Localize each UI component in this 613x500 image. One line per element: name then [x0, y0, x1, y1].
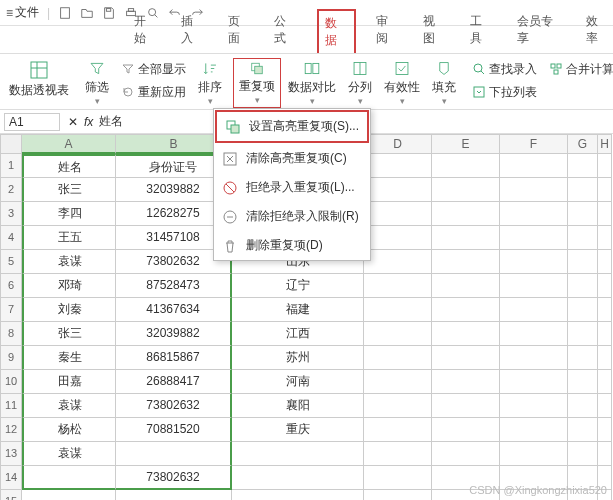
select-all-corner[interactable] [0, 134, 22, 154]
split-button[interactable]: 分列▾ [343, 58, 377, 108]
cell[interactable] [364, 346, 432, 370]
cell[interactable] [568, 202, 598, 226]
cell[interactable] [364, 442, 432, 466]
cell[interactable] [500, 346, 568, 370]
cell[interactable] [598, 322, 612, 346]
cell[interactable]: 86815867 [116, 346, 232, 370]
cell[interactable]: 张三 [22, 178, 116, 202]
tab-page[interactable]: 页面 [224, 7, 255, 53]
cell[interactable] [500, 154, 568, 178]
open-icon[interactable] [80, 6, 94, 20]
cell[interactable] [598, 202, 612, 226]
dd-clear-highlight[interactable]: 清除高亮重复项(C) [214, 144, 370, 173]
cell[interactable] [432, 418, 500, 442]
filter-button[interactable]: 筛选▾ [80, 58, 114, 108]
name-box[interactable]: A1 [4, 113, 60, 131]
cell[interactable] [364, 466, 432, 490]
col-header-g[interactable]: G [568, 134, 598, 154]
cell[interactable] [232, 466, 364, 490]
cell[interactable] [500, 202, 568, 226]
cell[interactable] [568, 322, 598, 346]
cell[interactable] [598, 346, 612, 370]
cell[interactable] [500, 274, 568, 298]
cell[interactable] [364, 274, 432, 298]
cell[interactable]: 张三 [22, 322, 116, 346]
cell[interactable] [432, 250, 500, 274]
row-header[interactable]: 10 [0, 370, 22, 394]
cell[interactable]: 袁谋 [22, 442, 116, 466]
row-header[interactable]: 11 [0, 394, 22, 418]
show-all-button[interactable]: 全部显示 [116, 58, 191, 80]
cell[interactable]: 李四 [22, 202, 116, 226]
new-icon[interactable] [58, 6, 72, 20]
duplicate-button[interactable]: 重复项▾ [233, 58, 281, 108]
cell[interactable] [364, 178, 432, 202]
cell[interactable] [432, 202, 500, 226]
cell[interactable]: 87528473 [116, 274, 232, 298]
formula-value[interactable]: 姓名 [99, 113, 123, 130]
cell[interactable] [598, 226, 612, 250]
row-header[interactable]: 7 [0, 298, 22, 322]
cell[interactable] [598, 274, 612, 298]
cell[interactable]: 王五 [22, 226, 116, 250]
compare-button[interactable]: 数据对比▾ [283, 58, 341, 108]
cell[interactable] [568, 250, 598, 274]
tab-view[interactable]: 视图 [419, 7, 450, 53]
row-header[interactable]: 2 [0, 178, 22, 202]
cell[interactable] [364, 226, 432, 250]
cell[interactable] [364, 298, 432, 322]
row-header[interactable]: 6 [0, 274, 22, 298]
cell[interactable]: 70881520 [116, 418, 232, 442]
cell[interactable]: 袁谋 [22, 394, 116, 418]
cell[interactable] [22, 466, 116, 490]
cell[interactable] [432, 298, 500, 322]
cell[interactable] [432, 442, 500, 466]
cell[interactable] [432, 154, 500, 178]
cell[interactable]: 73802632 [116, 394, 232, 418]
cell[interactable] [598, 250, 612, 274]
cell[interactable] [364, 394, 432, 418]
cell[interactable] [364, 154, 432, 178]
cell[interactable] [500, 370, 568, 394]
cell[interactable] [500, 226, 568, 250]
cell[interactable] [568, 370, 598, 394]
cell[interactable]: 袁谋 [22, 250, 116, 274]
row-header[interactable]: 14 [0, 466, 22, 490]
cell[interactable] [598, 154, 612, 178]
cell[interactable] [116, 490, 232, 500]
sort-button[interactable]: 排序▾ [193, 58, 227, 108]
row-header[interactable]: 9 [0, 346, 22, 370]
cell[interactable] [568, 178, 598, 202]
cell[interactable] [500, 250, 568, 274]
tab-data[interactable]: 数据 [317, 9, 356, 53]
cell[interactable]: 福建 [232, 298, 364, 322]
cell[interactable] [432, 274, 500, 298]
cell[interactable]: 重庆 [232, 418, 364, 442]
row-header[interactable]: 8 [0, 322, 22, 346]
cell[interactable] [500, 418, 568, 442]
cell[interactable] [568, 226, 598, 250]
row-header[interactable]: 12 [0, 418, 22, 442]
tab-tools[interactable]: 工具 [466, 7, 497, 53]
dd-reject-dup[interactable]: 拒绝录入重复项(L)... [214, 173, 370, 202]
cell[interactable]: 刘秦 [22, 298, 116, 322]
cell[interactable] [364, 202, 432, 226]
tab-eff[interactable]: 效率 [582, 7, 613, 53]
cell[interactable] [432, 346, 500, 370]
dd-delete-dup[interactable]: 删除重复项(D) [214, 231, 370, 260]
cell[interactable] [364, 490, 432, 500]
cell[interactable] [232, 442, 364, 466]
tab-vip[interactable]: 会员专享 [513, 7, 567, 53]
cell[interactable] [22, 490, 116, 500]
valid-button[interactable]: 有效性▾ [379, 58, 425, 108]
cell[interactable]: 襄阳 [232, 394, 364, 418]
cell[interactable] [598, 442, 612, 466]
cell[interactable] [568, 442, 598, 466]
dd-set-highlight[interactable]: 设置高亮重复项(S)... [215, 110, 369, 143]
cell[interactable] [500, 442, 568, 466]
save-icon[interactable] [102, 6, 116, 20]
row-header[interactable]: 1 [0, 154, 22, 178]
menu-button[interactable]: ≡ 文件 [6, 4, 39, 21]
cell[interactable] [500, 178, 568, 202]
col-header-h[interactable]: H [598, 134, 612, 154]
